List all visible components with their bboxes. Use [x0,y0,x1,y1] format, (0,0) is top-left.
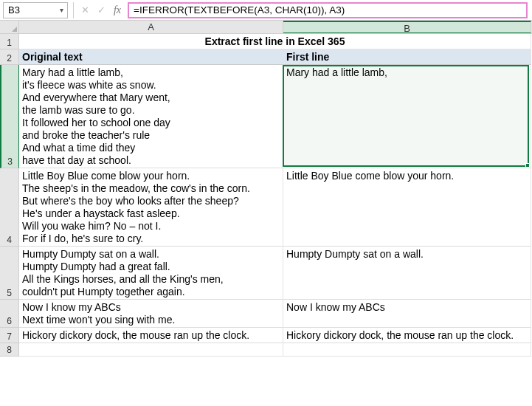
fx-icon[interactable]: fx [111,4,123,16]
column-header-B[interactable]: B [283,21,531,33]
cell-original[interactable]: Humpty Dumpty sat on a wall. Humpty Dump… [19,247,283,300]
active-cell-ref: B3 [4,4,55,16]
table-row: 8 [0,343,532,357]
table-row: 2 Original text First line [0,49,532,65]
page-title[interactable]: Extract first line in Excel 365 [19,34,531,49]
cell-first-line[interactable]: Hickory dickory dock, the mouse ran up t… [283,328,531,343]
table-row: 6Now I know my ABCs Next time won't you … [0,300,532,328]
spreadsheet-grid: A B 1 Extract first line in Excel 365 2 … [0,21,532,357]
row-header-6[interactable]: 6 [0,300,19,328]
cell-original[interactable]: Now I know my ABCs Next time won't you s… [19,300,283,328]
table-row: 1 Extract first line in Excel 365 [0,34,532,49]
column-header-A[interactable]: A [19,21,283,33]
row-header-3[interactable]: 3 [0,65,19,168]
cell-original[interactable]: Hickory dickory dock, the mouse ran up t… [19,328,283,343]
name-box[interactable]: B3 ▾ [3,2,68,18]
header-first-line[interactable]: First line [283,49,531,65]
confirm-icon[interactable]: ✓ [95,4,107,16]
cell-original[interactable]: Mary had a little lamb, it's fleece was … [19,65,283,168]
rows-container: 1 Extract first line in Excel 365 2 Orig… [0,34,532,357]
separator [73,2,74,18]
cell-first-line[interactable]: Humpty Dumpty sat on a wall. [283,247,531,300]
cancel-icon[interactable]: ✕ [79,4,91,16]
header-original[interactable]: Original text [19,49,283,65]
cell-A8[interactable] [19,343,283,357]
cell-original[interactable]: Little Boy Blue come blow your horn. The… [19,168,283,247]
formula-text: =IFERROR(TEXTBEFORE(A3, CHAR(10)), A3) [134,4,345,16]
row-header-7[interactable]: 7 [0,328,19,343]
cell-B8[interactable] [283,343,531,357]
table-row: 5Humpty Dumpty sat on a wall. Humpty Dum… [0,247,532,300]
row-header-2[interactable]: 2 [0,49,19,65]
formula-bar: B3 ▾ ✕ ✓ fx =IFERROR(TEXTBEFORE(A3, CHAR… [0,0,532,21]
chevron-down-icon[interactable]: ▾ [55,6,67,14]
cell-first-line[interactable]: Now I know my ABCs [283,300,531,328]
table-row: 4Little Boy Blue come blow your horn. Th… [0,168,532,247]
cell-first-line[interactable]: Mary had a little lamb, [283,65,531,168]
table-row: 7Hickory dickory dock, the mouse ran up … [0,328,532,343]
row-header-8[interactable]: 8 [0,343,19,357]
table-row: 3Mary had a little lamb, it's fleece was… [0,65,532,168]
row-header-1[interactable]: 1 [0,34,19,49]
row-header-4[interactable]: 4 [0,168,19,247]
column-headers: A B [0,21,532,34]
row-header-5[interactable]: 5 [0,247,19,300]
formula-input[interactable]: =IFERROR(TEXTBEFORE(A3, CHAR(10)), A3) [128,2,528,18]
formula-bar-buttons: ✕ ✓ fx [76,4,126,16]
select-all-corner[interactable] [0,21,19,33]
cell-first-line[interactable]: Little Boy Blue come blow your horn. [283,168,531,247]
